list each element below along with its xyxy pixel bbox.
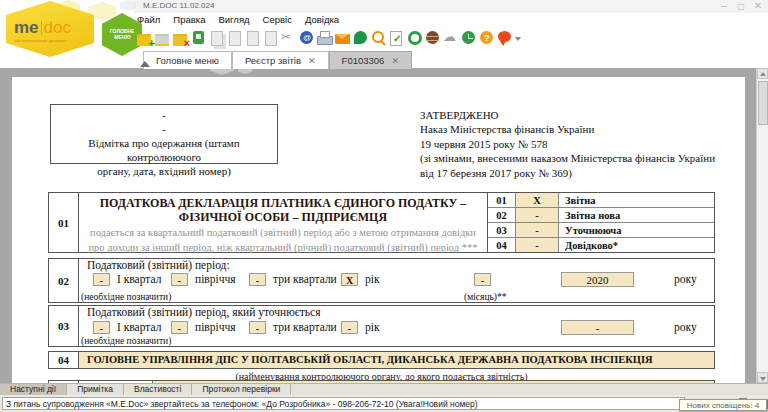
tab-close-icon[interactable]: [308, 53, 316, 69]
year-checkbox[interactable]: X: [341, 273, 358, 286]
feedback-icon[interactable]: [496, 27, 513, 48]
send-mail-icon[interactable]: [334, 27, 351, 48]
tab-main-menu[interactable]: Головне меню: [143, 51, 232, 69]
medoc-logo-banner: me doc мій електронний документ ГОЛОВНЕ …: [0, 0, 133, 56]
messages-icon[interactable]: [442, 27, 459, 48]
three-quarters-checkbox[interactable]: -: [249, 273, 266, 286]
row-01-declaration-title: 01 ПОДАТКОВА ДЕКЛАРАЦІЯ ПЛАТНИКА ЄДИНОГО…: [48, 192, 715, 253]
brand-tagline: мій електронний документ: [14, 38, 67, 42]
year-value-field[interactable]: 2020: [561, 272, 634, 287]
type-row-zvitna-nova: 02 - Звітна нова: [488, 208, 714, 223]
brand-me: me: [14, 18, 39, 38]
row-number: 03: [49, 306, 79, 346]
status-bar: З питань супроводження «М.Е.Doc» звертай…: [0, 395, 768, 412]
notification-popup[interactable]: Нових сповіщень: 4: [679, 399, 767, 411]
quarter1-checkbox[interactable]: -: [93, 321, 110, 334]
toolbar-more-icon[interactable]: [514, 27, 522, 48]
scroll-up-icon[interactable]: [757, 68, 768, 79]
halfyear-checkbox[interactable]: -: [171, 273, 188, 286]
menu-help[interactable]: Довідка: [305, 13, 339, 26]
sign-icon[interactable]: [352, 27, 369, 48]
vertical-scrollbar[interactable]: [756, 68, 768, 383]
delete-report-icon[interactable]: [172, 27, 189, 48]
year-word-label: року: [674, 273, 697, 285]
stamp-box: - - Відмітка про одержання (штамп контро…: [50, 104, 278, 164]
period-title: Податковий (звітний) період, який уточню…: [87, 306, 320, 318]
verify-document-icon[interactable]: [388, 27, 405, 48]
print-icon[interactable]: [316, 27, 333, 48]
type-label: Звітна: [559, 193, 714, 207]
declaration-page: - - Відмітка про одержання (штамп контро…: [12, 77, 745, 383]
tax-authority-row: 04 ГОЛОВНЕ УПРАВЛІННЯ ДПС У ПОЛТАВСЬКІЙ …: [48, 351, 715, 369]
tab-document-f0103306[interactable]: F0103306: [329, 51, 412, 69]
month-checkbox[interactable]: -: [474, 273, 491, 286]
maximize-icon[interactable]: [735, 0, 747, 11]
tab-next-actions[interactable]: Наступні дії: [0, 384, 67, 395]
copy-icon[interactable]: [208, 27, 225, 48]
help-icon[interactable]: [478, 27, 495, 48]
bottom-panel-tabs: Наступні дії Примітка Властивості Проток…: [0, 383, 768, 395]
scheduler-icon[interactable]: [460, 27, 477, 48]
type-label: Уточнююча: [559, 223, 714, 237]
tab-note[interactable]: Примітка: [67, 384, 124, 395]
approved-line: від 17 березня 2017 року № 369): [420, 166, 715, 180]
tab-close-icon[interactable]: [391, 53, 399, 69]
menu-view[interactable]: Вигляд: [218, 13, 249, 26]
open-report-icon[interactable]: [154, 27, 171, 48]
quarter1-checkbox[interactable]: -: [93, 273, 110, 286]
create-report-icon[interactable]: [136, 27, 153, 48]
stamp-icon[interactable]: [298, 27, 315, 48]
three-quarters-checkbox[interactable]: -: [249, 321, 266, 334]
main-menu-hex-label: МЕНЮ: [114, 35, 130, 39]
network-icon[interactable]: [424, 27, 441, 48]
close-icon[interactable]: [752, 0, 764, 11]
type-mark-cell[interactable]: -: [516, 238, 559, 252]
declaration-title-cell: ПОДАТКОВА ДЕКЛАРАЦІЯ ПЛАТНИКА ЄДИНОГО ПО…: [79, 193, 488, 252]
approved-block: ЗАТВЕРДЖЕНО Наказ Міністерства фінансів …: [420, 108, 715, 180]
declaration-subtitle: подається за квартальний податковий (зві…: [79, 226, 487, 239]
brand-divider: [41, 21, 42, 35]
tab-check-protocol[interactable]: Протокол перевірки: [192, 384, 291, 395]
menu-bar: Файл Правка Вигляд Сервіс Довідка: [137, 13, 339, 26]
minimize-icon[interactable]: [718, 0, 730, 11]
page-preview-icon[interactable]: [262, 27, 279, 48]
save-icon[interactable]: [190, 27, 207, 48]
stamp-caption: Відмітка про одержання (штамп контролююч…: [51, 136, 277, 164]
type-mark-cell[interactable]: -: [516, 208, 559, 222]
search-icon[interactable]: [370, 27, 387, 48]
declaration-subtitle: про доходи за інший період, ніж кварталь…: [79, 241, 487, 254]
menu-file[interactable]: Файл: [137, 13, 160, 26]
three-quarters-label: три квартали: [273, 273, 337, 285]
tax-authority-field[interactable]: ГОЛОВНЕ УПРАВЛІННЯ ДПС У ПОЛТАВСЬКІЙ ОБЛ…: [79, 352, 714, 368]
tab-properties[interactable]: Властивості: [124, 384, 192, 395]
stamp-dash: -: [51, 122, 277, 136]
update-icon[interactable]: [406, 27, 423, 48]
tab-report-register[interactable]: Реєстр звітів: [232, 51, 329, 69]
year-value-field[interactable]: -: [561, 320, 634, 335]
halfyear-checkbox[interactable]: -: [171, 321, 188, 334]
type-mark-cell[interactable]: -: [516, 223, 559, 237]
menu-service[interactable]: Сервіс: [263, 13, 292, 26]
type-row-zvitna: 01 X Звітна: [488, 193, 714, 208]
type-mark-cell[interactable]: X: [516, 193, 559, 207]
panel-collapse-arrow-icon[interactable]: [140, 61, 150, 67]
menu-edit[interactable]: Правка: [173, 13, 205, 26]
page-add-icon[interactable]: [244, 27, 261, 48]
approved-line: ЗАТВЕРДЖЕНО: [420, 108, 715, 122]
year-checkbox[interactable]: -: [341, 321, 358, 334]
period-title: Податковий (звітний) період:: [87, 259, 230, 271]
toolbar: [136, 27, 522, 49]
page-icon[interactable]: [226, 27, 243, 48]
approved-line: (зі змінами, внесеними наказом Міністерс…: [420, 151, 715, 165]
scroll-down-icon[interactable]: [757, 372, 768, 383]
window-title: M.E.DOC 11.02.024: [143, 1, 214, 10]
type-row-utochnyuyucha: 03 - Уточнююча: [488, 223, 714, 238]
row-03-clarified-period: 03 Податковий (звітний) період, який уто…: [48, 305, 715, 347]
cut-icon[interactable]: [280, 27, 297, 48]
row-02-reporting-period: 02 Податковий (звітний) період: - І квар…: [48, 258, 715, 303]
quarter1-label: І квартал: [117, 273, 161, 285]
approved-line: 19 червня 2015 року № 578: [420, 137, 715, 151]
declaration-title: ПОДАТКОВА ДЕКЛАРАЦІЯ ПЛАТНИКА ЄДИНОГО ПО…: [79, 196, 487, 210]
scrollbar-thumb[interactable]: [758, 81, 768, 125]
quarter1-label: І квартал: [117, 321, 161, 333]
